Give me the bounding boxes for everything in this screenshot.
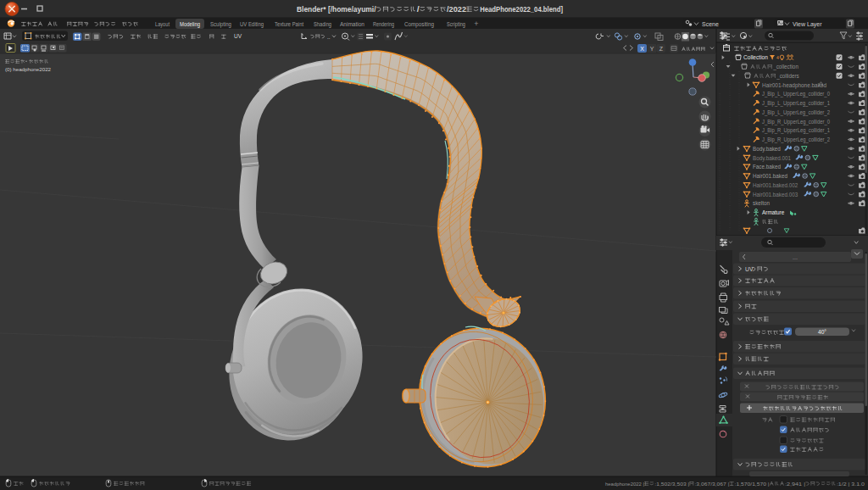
svg-text:Scene: Scene — [702, 21, 719, 27]
svg-text:...: ... — [793, 254, 798, 260]
svg-text::1,570/1,570 |: :1,570/1,570 | — [735, 482, 770, 487]
svg-text::2,941 |: :2,941 | — [785, 482, 806, 487]
svg-text:(0) headphone2022: (0) headphone2022 — [5, 66, 52, 72]
svg-text:J_Bip_L_UpperLeg_collider_0: J_Bip_L_UpperLeg_collider_0 — [762, 91, 830, 97]
svg-text:skelton: skelton — [753, 200, 770, 206]
svg-text:Hair001.baked.003: Hair001.baked.003 — [753, 192, 798, 198]
svg-text:J_Bip_L_UpperLeg_collider_1: J_Bip_L_UpperLeg_collider_1 — [762, 100, 830, 107]
svg-text:+: + — [474, 19, 478, 28]
svg-text:J_Bip_R_UpperLeg_collider_2: J_Bip_R_UpperLeg_collider_2 — [762, 136, 830, 143]
svg-text:UV Editing: UV Editing — [240, 21, 264, 28]
svg-text:J_Bip_L_UpperLeg_collider_2: J_Bip_L_UpperLeg_collider_2 — [762, 109, 830, 116]
svg-text:4: 4 — [776, 55, 779, 60]
svg-text::1/2 | 3.1.0: :1/2 | 3.1.0 — [837, 482, 865, 487]
svg-text:Layout: Layout — [155, 21, 170, 28]
svg-text:Scripting: Scripting — [447, 21, 465, 28]
svg-text:..: .. — [327, 34, 331, 40]
svg-text:Shading: Shading — [314, 21, 331, 28]
svg-text:40°: 40° — [818, 329, 826, 335]
svg-text:UV: UV — [745, 266, 754, 272]
svg-text:Hair001-headphone.baked: Hair001-headphone.baked — [762, 82, 827, 89]
svg-text:Z: Z — [659, 46, 664, 52]
svg-text:J_Bip_R_UpperLeg_collider_0: J_Bip_R_UpperLeg_collider_0 — [762, 119, 830, 125]
svg-text:Body.baked: Body.baked — [753, 146, 781, 153]
svg-text:X: X — [640, 46, 644, 52]
svg-text:View Layer: View Layer — [793, 21, 822, 28]
svg-text::1,502/3,503 |: :1,502/3,503 | — [654, 482, 689, 487]
svg-text:Body.baked.001: Body.baked.001 — [753, 155, 792, 162]
svg-text:HeadPhone2022_04.blend]: HeadPhone2022_04.blend] — [480, 5, 563, 14]
svg-text::3,067/3,067 |: :3,067/3,067 | — [694, 482, 729, 487]
svg-text:Collection: Collection — [743, 54, 768, 60]
svg-text:Compositing: Compositing — [404, 21, 434, 28]
svg-text:Armature: Armature — [762, 209, 785, 215]
svg-text:Rendering: Rendering — [373, 21, 394, 28]
svg-text:_colliders: _colliders — [776, 73, 799, 80]
svg-text:/2022: /2022 — [447, 5, 466, 14]
svg-text:Face.baked: Face.baked — [753, 164, 781, 170]
svg-text:Modeling: Modeling — [180, 21, 200, 28]
svg-text:UV: UV — [234, 33, 242, 39]
svg-text:Sculpting: Sculpting — [210, 21, 231, 28]
svg-text:Blender* [/home/ayumi/: Blender* [/home/ayumi/ — [297, 5, 376, 14]
svg-text:_collection: _collection — [772, 64, 798, 70]
svg-text:Hair001.baked: Hair001.baked — [753, 173, 787, 179]
svg-text:headphone2022 |: headphone2022 | — [605, 482, 644, 487]
svg-text:Y: Y — [650, 46, 654, 52]
svg-text:J_Bip_R_UpperLeg_collider_1: J_Bip_R_UpperLeg_collider_1 — [762, 127, 830, 134]
svg-text:Animation: Animation — [340, 21, 364, 27]
svg-text:Hair001.baked.002: Hair001.baked.002 — [753, 182, 798, 188]
svg-text:Texture Paint: Texture Paint — [275, 21, 303, 27]
